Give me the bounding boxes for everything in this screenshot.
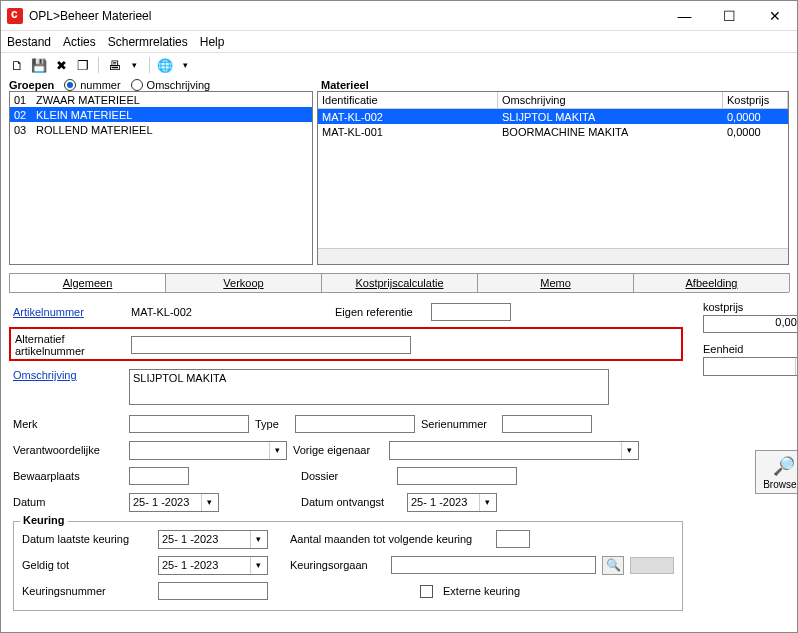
save-icon[interactable]: 💾 [29,55,49,75]
vorige-eigenaar-combo[interactable]: ▾ [389,441,639,460]
eenheid-combo[interactable]: ▾ [703,357,798,376]
radio-omschrijving[interactable]: Omschrijving [131,79,211,91]
col-omschrijving[interactable]: Omschrijving [498,92,723,108]
close-button[interactable]: ✕ [752,1,797,31]
artikelnummer-label[interactable]: Artikelnummer [13,306,123,318]
datum-picker[interactable]: 25- 1 -2023 ▾ [129,493,219,512]
kostprijs-input[interactable]: 0,0000 [703,315,798,333]
merk-input[interactable] [129,415,249,433]
keuringsnummer-input[interactable] [158,582,268,600]
externe-keuring-label: Externe keuring [443,585,520,597]
menu-acties[interactable]: Acties [63,35,96,49]
keuring-fieldset: Keuring Datum laatste keuring 25- 1 -202… [13,521,683,611]
keuringsorgaan-input[interactable] [391,556,596,574]
externe-keuring-checkbox[interactable] [420,585,433,598]
group-label: ROLLEND MATERIEEL [32,124,157,136]
datum-ontvangst-picker[interactable]: 25- 1 -2023 ▾ [407,493,497,512]
tab-kostprijs[interactable]: Kostprijscalculatie [321,273,478,292]
delete-icon[interactable]: ✖ [51,55,71,75]
radio-icon [64,79,76,91]
radio-nummer-label: nummer [80,79,120,91]
group-label: ZWAAR MATERIEEL [32,94,144,106]
eigen-referentie-label: Eigen referentie [335,306,425,318]
horizontal-scrollbar[interactable] [318,248,788,264]
globe-icon[interactable]: 🌐 [155,55,175,75]
groepen-list[interactable]: 01 ZWAAR MATERIEEL 02 KLEIN MATERIEEL 03… [9,91,313,265]
chevron-down-icon: ▾ [250,557,265,574]
dossier-input[interactable] [397,467,517,485]
tab-afbeelding[interactable]: Afbeelding [633,273,790,292]
cell-kost: 0,0000 [723,126,788,138]
print-icon[interactable]: 🖶 [104,55,124,75]
form-area: Artikelnummer MAT-KL-002 Eigen referenti… [1,293,797,619]
menu-schermrelaties[interactable]: Schermrelaties [108,35,188,49]
list-row[interactable]: 01 ZWAAR MATERIEEL [10,92,312,107]
aantal-maanden-input[interactable] [496,530,530,548]
menu-help[interactable]: Help [200,35,225,49]
chevron-down-icon: ▾ [250,531,265,548]
eenheid-label: Eenheid [703,343,743,355]
binoculars-icon[interactable]: 🔍 [602,556,624,575]
aantal-maanden-label: Aantal maanden tot volgende keuring [290,533,490,545]
tab-verkoop[interactable]: Verkoop [165,273,322,292]
eigen-referentie-input[interactable] [431,303,511,321]
cell-kost: 0,0000 [723,111,788,123]
col-kostprijs[interactable]: Kostprijs [723,92,788,108]
lists-area: 01 ZWAAR MATERIEEL 02 KLEIN MATERIEEL 03… [1,91,797,269]
tab-algemeen[interactable]: Algemeen [9,273,166,292]
toolbar: 🗋 💾 ✖ ❐ 🖶 ▾ 🌐 ▾ [1,53,797,77]
kostprijs-label: kostprijs [703,301,743,313]
datum-ontvangst-value: 25- 1 -2023 [411,496,467,508]
list-row[interactable]: 03 ROLLEND MATERIEEL [10,122,312,137]
alternatief-label-2: artikelnummer [15,345,85,357]
chevron-down-icon: ▾ [201,494,216,511]
print-dropdown-icon[interactable]: ▾ [124,55,144,75]
col-identificatie[interactable]: Identificatie [318,92,498,108]
datum-ontvangst-label: Datum ontvangst [301,496,401,508]
verantwoordelijke-label: Verantwoordelijke [13,444,123,456]
menubar: Bestand Acties Schermrelaties Help [1,31,797,53]
type-label: Type [255,418,289,430]
chevron-down-icon: ▾ [621,442,636,459]
serienummer-input[interactable] [502,415,592,433]
tab-memo[interactable]: Memo [477,273,634,292]
table-row[interactable]: MAT-KL-001 BOORMACHINE MAKITA 0,0000 [318,124,788,139]
alternatief-label-1: Alternatief [15,333,65,345]
new-icon[interactable]: 🗋 [7,55,27,75]
window-title: OPL>Beheer Materieel [29,9,151,23]
radio-nummer[interactable]: nummer [64,79,120,91]
maximize-button[interactable]: ☐ [707,1,752,31]
bewaarplaats-input[interactable] [129,467,189,485]
tabs: Algemeen Verkoop Kostprijscalculatie Mem… [9,273,789,293]
copy-icon[interactable]: ❐ [73,55,93,75]
globe-dropdown-icon[interactable]: ▾ [175,55,195,75]
verantwoordelijke-combo[interactable]: ▾ [129,441,287,460]
toolbar-separator [98,57,99,73]
menu-bestand[interactable]: Bestand [7,35,51,49]
geldig-tot-picker[interactable]: 25- 1 -2023 ▾ [158,556,268,575]
merk-label: Merk [13,418,123,430]
omschrijving-input[interactable]: SLIJPTOL MAKITA [129,369,609,405]
chevron-down-icon: ▾ [479,494,494,511]
omschrijving-label[interactable]: Omschrijving [13,369,123,381]
group-code: 03 [10,124,32,136]
cell-omschr: BOORMACHINE MAKITA [498,126,723,138]
datum-value: 25- 1 -2023 [133,496,189,508]
radio-icon [131,79,143,91]
materieel-list[interactable]: Identificatie Omschrijving Kostprijs MAT… [317,91,789,265]
laatste-keuring-picker[interactable]: 25- 1 -2023 ▾ [158,530,268,549]
keuringsnummer-label: Keuringsnummer [22,585,152,597]
type-input[interactable] [295,415,415,433]
table-row[interactable]: MAT-KL-002 SLIJPTOL MAKITA 0,0000 [318,109,788,124]
alternatief-label: Alternatief artikelnummer [15,333,125,357]
alternatief-input[interactable] [131,336,411,354]
artikelnummer-value: MAT-KL-002 [129,305,329,319]
datum-label: Datum [13,496,123,508]
titlebar: OPL>Beheer Materieel — ☐ ✕ [1,1,797,31]
minimize-button[interactable]: — [662,1,707,31]
list-row[interactable]: 02 KLEIN MATERIEEL [10,107,312,122]
cell-omschr: SLIJPTOL MAKITA [498,111,723,123]
browse-button[interactable]: 🔎 Browse... [755,450,798,494]
keuringsorgaan-label: Keuringsorgaan [290,559,385,571]
chevron-down-icon: ▾ [269,442,284,459]
